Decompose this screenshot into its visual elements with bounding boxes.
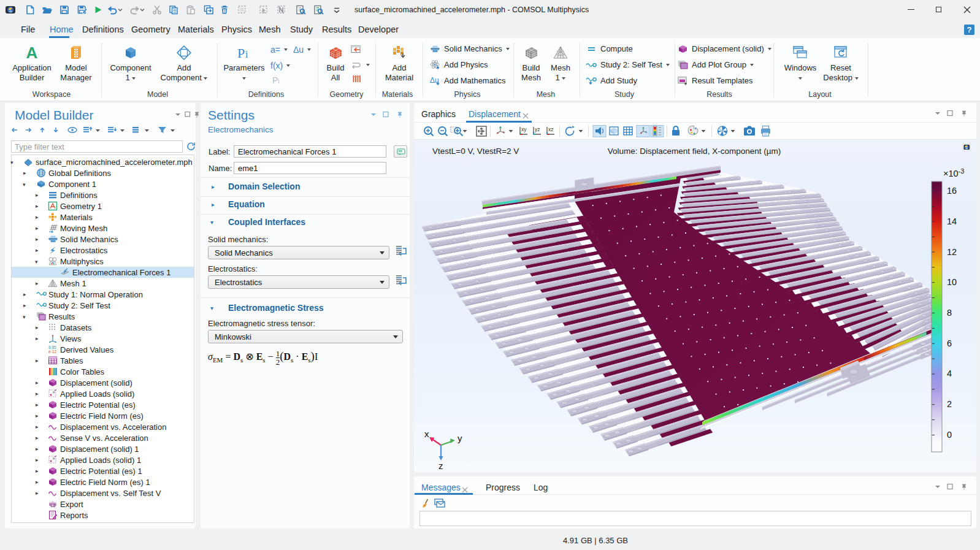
svg-text:z: z <box>438 460 443 471</box>
svg-text:xy: xy <box>521 126 527 132</box>
svg-text:10: 10 <box>947 277 957 287</box>
svg-text:8.85: 8.85 <box>48 345 56 349</box>
svg-text:e-12: e-12 <box>48 349 56 354</box>
svg-text:14: 14 <box>947 216 957 226</box>
svg-text:8: 8 <box>947 308 952 318</box>
svg-text:2: 2 <box>947 399 952 409</box>
svg-text:xz: xz <box>548 126 554 132</box>
svg-text:0: 0 <box>947 430 952 440</box>
svg-text:6: 6 <box>947 338 952 348</box>
svg-text:P: P <box>237 45 245 61</box>
svg-text:A: A <box>26 45 38 61</box>
svg-text:16: 16 <box>947 186 957 196</box>
svg-text:i: i <box>245 49 248 59</box>
svg-text:y: y <box>457 433 462 443</box>
svg-text:4: 4 <box>947 369 952 378</box>
svg-text:12: 12 <box>947 247 957 257</box>
svg-text:x: x <box>424 429 429 439</box>
svg-text:yz: yz <box>535 126 540 132</box>
